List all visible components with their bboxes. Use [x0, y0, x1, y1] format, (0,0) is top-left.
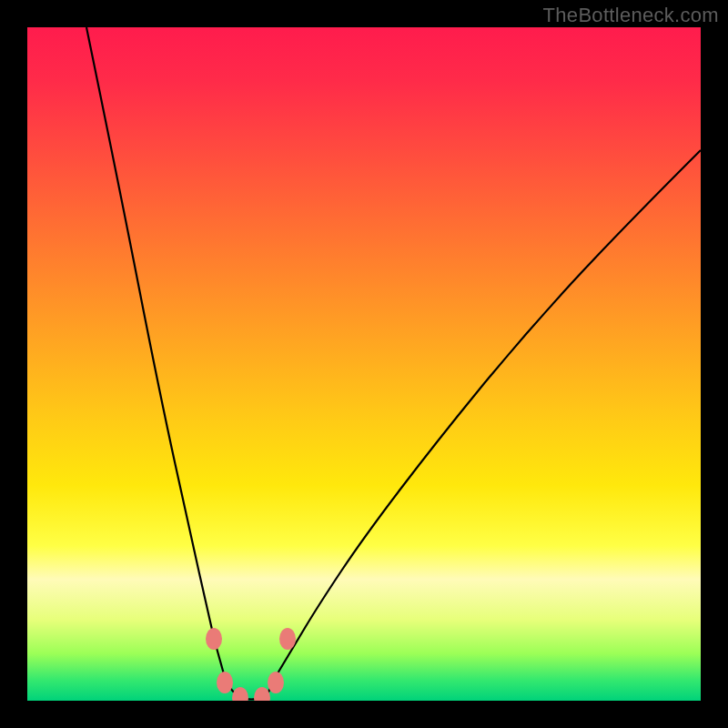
gradient-background — [27, 27, 701, 701]
watermark-text: TheBottleneck.com — [543, 4, 719, 27]
plot-frame — [27, 27, 701, 701]
